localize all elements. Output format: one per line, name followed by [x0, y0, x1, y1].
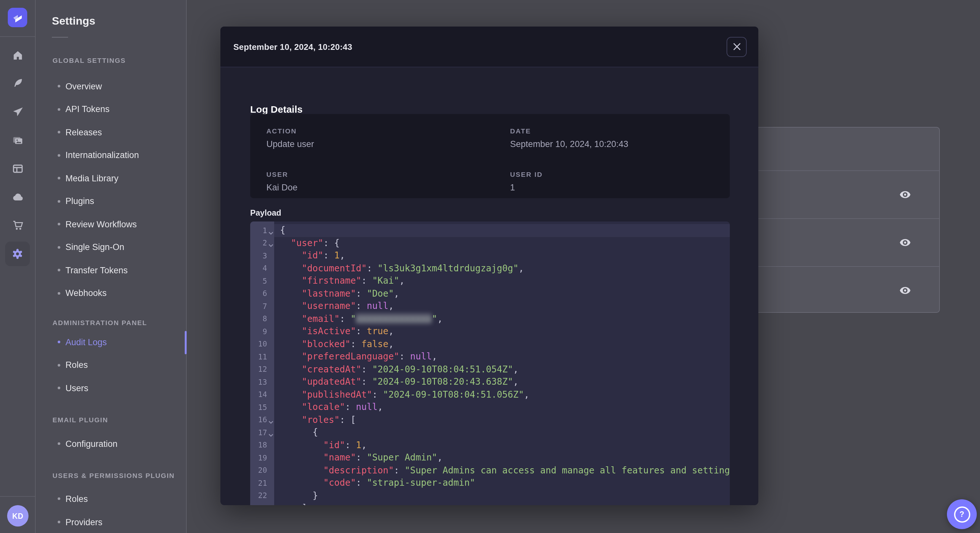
- line-number: 1: [250, 226, 274, 235]
- line-number: 12: [250, 365, 274, 374]
- media-library-icon[interactable]: [5, 128, 30, 152]
- fold-chevron-icon[interactable]: [268, 417, 274, 427]
- code-line: 15 "locale": null,: [250, 401, 730, 414]
- fold-chevron-icon[interactable]: [268, 228, 274, 237]
- marketplace-cart-icon[interactable]: [5, 213, 30, 237]
- eye-icon: [899, 236, 911, 249]
- paper-plane-icon[interactable]: [5, 99, 30, 124]
- sidebar-item-webhooks[interactable]: Webhooks: [36, 287, 186, 300]
- code-line: 9 "isActive": true,: [250, 325, 730, 338]
- help-button[interactable]: ?: [947, 499, 977, 529]
- sidebar-item-transfer-tokens[interactable]: Transfer Tokens: [36, 263, 186, 276]
- strapi-logo-icon[interactable]: [8, 8, 27, 27]
- code-line: 7 "username": null,: [250, 300, 730, 313]
- line-number: 2: [250, 239, 274, 248]
- fold-chevron-icon[interactable]: [268, 241, 274, 250]
- code-line: 20 "description": "Super Admins can acce…: [250, 464, 730, 477]
- layout-icon[interactable]: [5, 156, 30, 181]
- code-lines: 1{2 "user": {3 "id": 1,4 "documentId": "…: [250, 222, 730, 505]
- bullet-icon: [58, 246, 60, 248]
- bullet-icon: [58, 108, 60, 110]
- log-details-modal: September 10, 2024, 10:20:43 Log Details…: [220, 27, 758, 505]
- line-number: 9: [250, 327, 274, 336]
- code-line: 3 "id": 1,: [250, 249, 730, 262]
- detail-action: ACTION Update user: [266, 127, 510, 155]
- bullet-icon: [58, 177, 60, 179]
- line-number: 4: [250, 264, 274, 273]
- strapi-logo-glyph: [10, 10, 25, 25]
- sidebar-item-roles-up[interactable]: Roles: [36, 492, 186, 505]
- code-line: 1{: [250, 224, 730, 237]
- bullet-icon: [58, 364, 60, 366]
- sidebar-item-single-sign-on[interactable]: Single Sign-On: [36, 241, 186, 254]
- sidebar-item-audit-logs[interactable]: Audit Logs: [36, 335, 186, 348]
- code-line: 8 "email": "xxxxxxxxxxxxxx",: [250, 313, 730, 325]
- line-number: 7: [250, 302, 274, 311]
- log-details-panel: ACTION Update user DATE September 10, 20…: [250, 114, 730, 198]
- line-number: 16: [250, 416, 274, 425]
- section-email-plugin: EMAIL PLUGIN: [52, 416, 108, 424]
- eye-icon: [899, 284, 911, 297]
- sidebar-item-plugins[interactable]: Plugins: [36, 195, 186, 208]
- line-number: 15: [250, 403, 274, 412]
- code-line: 2 "user": {: [250, 237, 730, 249]
- sidebar-item-review-workflows[interactable]: Review Workflows: [36, 217, 186, 230]
- line-number: 17: [250, 428, 274, 437]
- settings-title: Settings: [52, 15, 95, 28]
- date-value: September 10, 2024, 10:20:43: [510, 139, 730, 149]
- home-icon[interactable]: [5, 43, 30, 67]
- code-line: 14 "publishedAt": "2024-09-10T08:04:51.0…: [250, 388, 730, 401]
- sidebar-item-api-tokens[interactable]: API Tokens: [36, 103, 186, 116]
- detail-user-id: USER ID 1: [510, 170, 730, 198]
- view-log-button[interactable]: [898, 284, 911, 297]
- bullet-icon: [58, 269, 60, 271]
- sidebar-item-media-library[interactable]: Media Library: [36, 171, 186, 185]
- app-root: KD Settings GLOBAL SETTINGS Overview API…: [0, 0, 980, 533]
- sidebar-item-configuration[interactable]: Configuration: [36, 437, 186, 450]
- line-number: 21: [250, 479, 274, 488]
- main-nav-rail: KD: [0, 0, 36, 533]
- sidebar-item-releases[interactable]: Releases: [36, 125, 186, 139]
- close-button[interactable]: [727, 36, 747, 57]
- rail-divider: [0, 36, 35, 37]
- modal-header: September 10, 2024, 10:20:43: [220, 27, 758, 67]
- sidebar-item-roles-admin[interactable]: Roles: [36, 359, 186, 371]
- code-line: 22 }: [250, 489, 730, 502]
- payload-code-editor[interactable]: 1{2 "user": {3 "id": 1,4 "documentId": "…: [250, 222, 730, 505]
- bullet-icon: [58, 154, 60, 156]
- section-global-settings: GLOBAL SETTINGS: [52, 56, 126, 64]
- code-line: 11 "preferedLanguage": null,: [250, 351, 730, 363]
- code-line: 12 "createdAt": "2024-09-10T08:04:51.054…: [250, 363, 730, 376]
- user-value: Kai Doe: [266, 182, 510, 192]
- code-line: 21 "code": "strapi-super-admin": [250, 477, 730, 489]
- cloud-icon[interactable]: [5, 185, 30, 209]
- date-label: DATE: [510, 127, 730, 135]
- bullet-icon: [58, 387, 60, 389]
- question-mark-icon: ?: [954, 506, 970, 522]
- feather-icon[interactable]: [5, 71, 30, 95]
- sidebar-item-internationalization[interactable]: Internationalization: [36, 149, 186, 162]
- code-line: 23 ]: [250, 502, 730, 505]
- payload-label: Payload: [250, 209, 281, 217]
- bullet-icon: [58, 292, 60, 294]
- sidebar-item-users[interactable]: Users: [36, 381, 186, 394]
- detail-date: DATE September 10, 2024, 10:20:43: [510, 127, 730, 155]
- user-avatar[interactable]: KD: [7, 505, 29, 527]
- view-log-button[interactable]: [898, 188, 911, 201]
- line-number: 6: [250, 289, 274, 298]
- line-number: 3: [250, 251, 274, 260]
- settings-gear-icon[interactable]: [5, 241, 30, 266]
- code-line: 17 {: [250, 426, 730, 439]
- line-number: 20: [250, 466, 274, 475]
- sidebar-item-overview[interactable]: Overview: [36, 80, 186, 93]
- line-number: 13: [250, 378, 274, 387]
- bullet-icon: [58, 341, 60, 343]
- code-line: 6 "lastname": "Doe",: [250, 287, 730, 300]
- section-administration-panel: ADMINISTRATION PANEL: [52, 319, 147, 327]
- user-label: USER: [266, 170, 510, 178]
- section-users-permissions-plugin: USERS & PERMISSIONS PLUGIN: [52, 471, 175, 479]
- log-details-heading: Log Details: [250, 104, 303, 115]
- fold-chevron-icon[interactable]: [268, 430, 274, 439]
- sidebar-item-providers[interactable]: Providers: [36, 516, 186, 528]
- view-log-button[interactable]: [898, 236, 911, 249]
